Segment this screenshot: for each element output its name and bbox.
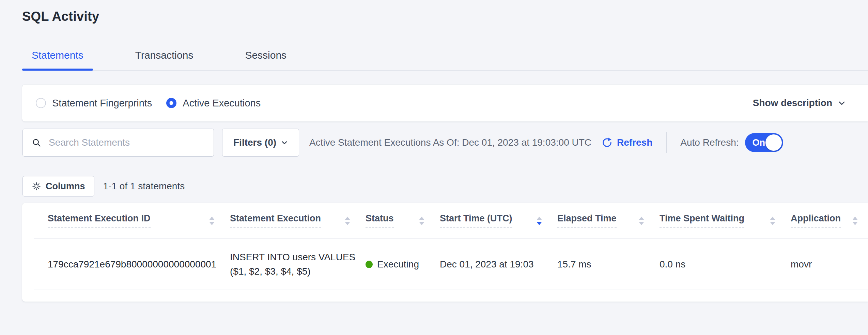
chevron-down-icon xyxy=(838,99,846,107)
view-mode-radio-group: Statement Fingerprints Active Executions xyxy=(36,98,261,109)
toggle-state-label: On xyxy=(753,137,765,148)
status-label: Executing xyxy=(377,259,419,270)
radio-active-executions[interactable]: Active Executions xyxy=(166,98,261,109)
auto-refresh-toggle[interactable]: On xyxy=(745,133,783,152)
cell-statement: INSERT INTO users VALUES ($1, $2, $3, $4… xyxy=(230,250,366,279)
column-header-time-spent-waiting[interactable]: Time Spent Waiting xyxy=(660,213,791,228)
chevron-down-icon xyxy=(281,139,288,146)
cell-execution-id: 179cca7921e679b80000000000000001 xyxy=(48,259,230,270)
cell-status: Executing xyxy=(366,259,440,270)
show-description-label: Show description xyxy=(753,98,832,108)
toolbar: Filters (0) Active Statement Executions … xyxy=(22,128,868,157)
column-header-application[interactable]: Application xyxy=(791,213,861,228)
column-header-elapsed-time[interactable]: Elapsed Time xyxy=(557,213,660,228)
radio-label: Statement Fingerprints xyxy=(52,98,152,109)
sort-arrows-icon xyxy=(852,217,858,225)
column-header-label: Statement Execution ID xyxy=(48,213,151,228)
show-description-button[interactable]: Show description xyxy=(753,98,846,108)
refresh-icon xyxy=(601,136,613,149)
column-header-label: Elapsed Time xyxy=(557,213,617,228)
table-header-row: Statement Execution ID Statement Executi… xyxy=(22,203,868,238)
refresh-label: Refresh xyxy=(617,137,652,148)
search-input[interactable] xyxy=(48,137,198,148)
tab-transactions[interactable]: Transactions xyxy=(126,49,203,70)
statement-line-2: ($1, $2, $3, $4, $5) xyxy=(230,264,366,279)
sort-arrows-icon xyxy=(209,217,215,225)
cell-time-spent-waiting: 0.0 ns xyxy=(660,259,791,270)
statements-table: Statement Execution ID Statement Executi… xyxy=(22,203,868,302)
cell-start-time: Dec 01, 2023 at 19:03 xyxy=(440,259,557,270)
cell-application: movr xyxy=(791,259,861,270)
page-title: SQL Activity xyxy=(22,0,868,24)
auto-refresh-label: Auto Refresh: xyxy=(680,137,739,148)
results-bar: Columns 1-1 of 1 statements xyxy=(22,176,868,196)
column-header-label: Start Time (UTC) xyxy=(440,213,512,228)
table-row: 179cca7921e679b80000000000000001 INSERT … xyxy=(22,239,868,290)
column-header-statement-execution-id[interactable]: Statement Execution ID xyxy=(48,213,230,228)
as-of-timestamp: Active Statement Executions As Of: Dec 0… xyxy=(309,137,591,148)
sort-arrows-icon xyxy=(639,217,644,225)
radio-circle-icon xyxy=(36,98,46,108)
column-header-label: Statement Execution xyxy=(230,213,321,228)
filters-button[interactable]: Filters (0) xyxy=(222,129,299,157)
cell-elapsed-time: 15.7 ms xyxy=(557,259,660,270)
radio-statement-fingerprints[interactable]: Statement Fingerprints xyxy=(36,98,152,109)
column-header-statement-execution[interactable]: Statement Execution xyxy=(230,213,366,228)
tab-statements[interactable]: Statements xyxy=(22,49,93,70)
sort-arrows-icon xyxy=(770,217,775,225)
sort-arrows-icon xyxy=(345,217,350,225)
gear-icon xyxy=(32,181,41,191)
column-header-label: Application xyxy=(791,213,841,228)
column-header-start-time[interactable]: Start Time (UTC) xyxy=(440,213,557,228)
column-header-label: Time Spent Waiting xyxy=(660,213,744,228)
results-count: 1-1 of 1 statements xyxy=(103,181,185,192)
toolbar-divider xyxy=(666,132,667,153)
column-header-status[interactable]: Status xyxy=(366,213,440,228)
sort-arrows-icon xyxy=(537,217,542,225)
tab-sessions[interactable]: Sessions xyxy=(235,49,296,70)
refresh-button[interactable]: Refresh xyxy=(601,136,652,149)
filters-button-label: Filters (0) xyxy=(233,137,276,148)
toggle-knob xyxy=(765,134,782,151)
columns-button-label: Columns xyxy=(46,181,85,192)
row-divider xyxy=(34,290,868,290)
radio-circle-icon xyxy=(166,98,176,108)
statement-line-1: INSERT INTO users VALUES xyxy=(230,250,366,264)
column-header-label: Status xyxy=(366,213,394,228)
tab-bar: Statements Transactions Sessions xyxy=(22,49,868,71)
radio-label: Active Executions xyxy=(183,98,261,109)
sort-arrows-icon xyxy=(419,217,424,225)
view-options-card: Statement Fingerprints Active Executions… xyxy=(22,85,868,121)
search-icon xyxy=(32,138,41,147)
search-box[interactable] xyxy=(22,129,214,157)
columns-button[interactable]: Columns xyxy=(22,176,94,196)
status-dot-icon xyxy=(366,261,373,268)
